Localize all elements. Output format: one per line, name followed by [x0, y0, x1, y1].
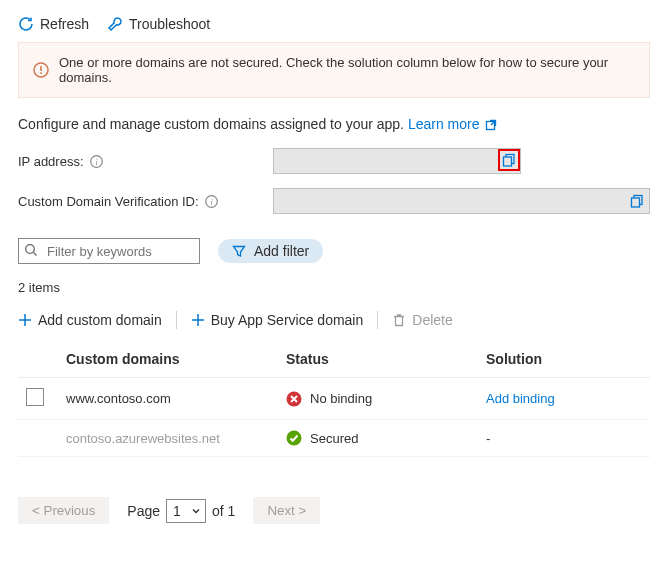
copy-icon: [502, 153, 516, 167]
cdv-value-field: [273, 188, 650, 214]
refresh-icon: [18, 16, 34, 32]
ip-label: IP address:: [18, 154, 84, 169]
current-page: 1: [173, 503, 181, 519]
previous-button[interactable]: < Previous: [18, 497, 109, 524]
col-header-status[interactable]: Status: [278, 341, 478, 378]
domain-cell: www.contoso.com: [58, 378, 278, 420]
divider: [176, 311, 177, 329]
learn-more-label: Learn more: [408, 116, 480, 132]
chevron-down-icon: [191, 506, 201, 516]
copy-icon: [630, 194, 644, 208]
domains-table: Custom domains Status Solution www.conto…: [18, 341, 650, 457]
info-icon[interactable]: i: [205, 195, 218, 208]
intro-text-block: Configure and manage custom domains assi…: [18, 116, 650, 132]
plus-icon: [18, 313, 32, 327]
buy-domain-label: Buy App Service domain: [211, 312, 364, 328]
info-icon[interactable]: i: [90, 155, 103, 168]
svg-text:i: i: [210, 197, 212, 206]
troubleshoot-button[interactable]: Troubleshoot: [107, 16, 210, 32]
add-custom-domain-label: Add custom domain: [38, 312, 162, 328]
search-icon: [24, 243, 38, 257]
filter-input[interactable]: [18, 238, 200, 264]
filter-icon: [232, 244, 246, 258]
troubleshoot-label: Troubleshoot: [129, 16, 210, 32]
item-count: 2 items: [18, 280, 650, 295]
delete-label: Delete: [412, 312, 452, 328]
divider: [377, 311, 378, 329]
solution-cell: -: [478, 420, 650, 457]
refresh-button[interactable]: Refresh: [18, 16, 89, 32]
intro-text: Configure and manage custom domains assi…: [18, 116, 408, 132]
table-row: contoso.azurewebsites.net Secured -: [18, 420, 650, 457]
learn-more-link[interactable]: Learn more: [408, 116, 497, 132]
copy-cdv-button[interactable]: [627, 191, 647, 211]
plus-icon: [191, 313, 205, 327]
table-row: www.contoso.com No binding Add binding: [18, 378, 650, 420]
delete-button: Delete: [392, 312, 452, 328]
row-checkbox[interactable]: [26, 388, 44, 406]
warning-icon: [33, 62, 49, 78]
status-text: No binding: [310, 391, 372, 406]
add-custom-domain-button[interactable]: Add custom domain: [18, 312, 162, 328]
warning-banner: One or more domains are not secured. Che…: [18, 42, 650, 98]
svg-rect-1: [40, 66, 42, 71]
of-label: of 1: [212, 503, 235, 519]
domain-cell: contoso.azurewebsites.net: [58, 420, 278, 457]
success-icon: [286, 430, 302, 446]
svg-rect-7: [504, 157, 512, 166]
next-button[interactable]: Next >: [253, 497, 320, 524]
ip-value-field: [273, 148, 521, 174]
page-label: Page: [127, 503, 160, 519]
svg-text:i: i: [95, 157, 97, 166]
trash-icon: [392, 313, 406, 327]
page-select[interactable]: 1: [166, 499, 206, 523]
buy-domain-button[interactable]: Buy App Service domain: [191, 312, 364, 328]
svg-point-12: [26, 245, 35, 254]
refresh-label: Refresh: [40, 16, 89, 32]
status-text: Secured: [310, 431, 358, 446]
warning-text: One or more domains are not secured. Che…: [59, 55, 635, 85]
svg-rect-11: [632, 198, 640, 207]
copy-ip-button[interactable]: [498, 149, 520, 171]
col-header-domain[interactable]: Custom domains: [58, 341, 278, 378]
col-header-solution[interactable]: Solution: [478, 341, 650, 378]
error-icon: [286, 391, 302, 407]
add-filter-label: Add filter: [254, 243, 309, 259]
add-filter-button[interactable]: Add filter: [218, 239, 323, 263]
cdv-label: Custom Domain Verification ID:: [18, 194, 199, 209]
add-binding-link[interactable]: Add binding: [486, 391, 555, 406]
wrench-icon: [107, 16, 123, 32]
svg-rect-2: [40, 72, 42, 74]
